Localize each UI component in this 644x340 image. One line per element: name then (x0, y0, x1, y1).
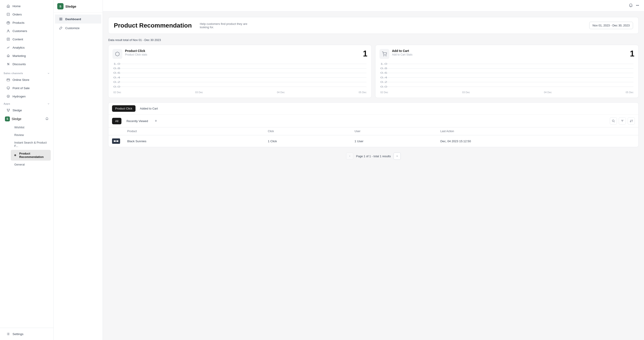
sidebar-item-analytics[interactable]: Analytics (3, 44, 51, 52)
sidebar-item-label: Orders (12, 13, 22, 16)
add-to-cart-subtitle: Add to Cart Stats (392, 53, 627, 56)
sidebar-item-home[interactable]: Home (3, 2, 51, 10)
filter-table-button[interactable] (619, 117, 626, 124)
sidebar-item-settings[interactable]: Settings (3, 330, 51, 338)
svg-rect-0 (7, 13, 10, 16)
sidebar-sub-wishlist[interactable]: Wishlist (11, 124, 51, 131)
date-range-button[interactable]: Nov 01, 2023 - Dec 30, 2023 (589, 22, 633, 29)
sidebar-sub-instant-search[interactable]: Instant Search & Product F... (11, 139, 51, 150)
page-description: Help customers find product they are loo… (200, 22, 249, 29)
svg-line-52 (114, 141, 114, 141)
add-filter-tab-button[interactable]: + (153, 118, 159, 124)
svg-point-5 (8, 64, 9, 65)
analytics-icon (6, 46, 10, 50)
svg-point-8 (8, 79, 8, 80)
sidebar-item-marketing[interactable]: Marketing (3, 52, 51, 60)
point-of-sale-icon (6, 86, 10, 90)
sidebar-item-online-store[interactable]: Online Store (3, 76, 51, 84)
sidebar-item-orders[interactable]: Orders (3, 10, 51, 18)
sidebar-item-flow[interactable]: Sledge (3, 106, 51, 114)
svg-text:0.8: 0.8 (113, 67, 120, 70)
col-last-action: Last Action (437, 127, 638, 135)
topbar-bell-icon[interactable] (629, 3, 633, 8)
svg-point-14 (8, 333, 9, 335)
settings-label: Settings (12, 332, 24, 336)
sidebar-item-products[interactable]: Products (3, 19, 51, 27)
discounts-icon (6, 62, 10, 66)
sidebar-item-customers[interactable]: Customers (3, 27, 51, 35)
add-to-cart-value: 1 (630, 49, 634, 58)
svg-point-19 (636, 5, 636, 6)
apps-section: Apps (0, 101, 54, 106)
sidebar-sub-general[interactable]: General (11, 161, 51, 168)
sort-table-button[interactable] (628, 117, 635, 124)
data-result-label: Data result total of Nov 01 - Dec 30 202… (108, 38, 639, 42)
svg-text:0.8: 0.8 (380, 67, 387, 70)
topbar-more-icon[interactable] (636, 3, 640, 8)
sledge-app-icon: S (57, 3, 64, 10)
svg-point-4 (8, 63, 8, 64)
svg-point-11 (7, 109, 8, 109)
search-table-button[interactable] (610, 117, 617, 124)
svg-point-1 (8, 30, 9, 31)
wishlist-label: Wishlist (14, 126, 24, 129)
sidebar-sub-review[interactable]: Review (11, 131, 51, 139)
online-store-icon (6, 78, 10, 82)
general-label: General (14, 163, 24, 166)
svg-point-3 (9, 47, 10, 47)
sidebar-item-label: Sledge (12, 109, 22, 112)
tab-product-click[interactable]: Product Click (112, 105, 136, 112)
sidebar-item-hydrogen[interactable]: Hydrogen (3, 92, 51, 100)
pagination: Page 1 of 1 - total 1 results (108, 147, 639, 165)
dashboard-icon (58, 17, 63, 21)
svg-point-20 (637, 5, 638, 6)
svg-point-7 (8, 79, 8, 80)
click-cell: 1 Click (264, 135, 351, 147)
table-row: Black Sunnies 1 Click 1 User Dec, 04 202… (108, 135, 638, 147)
sidebar-item-content[interactable]: Content (3, 35, 51, 43)
svg-text:1.0: 1.0 (380, 63, 387, 65)
sidebar-item-point-of-sale[interactable]: Point of Sale (3, 84, 51, 92)
products-icon (6, 21, 10, 25)
product-click-chart: 1.0 0.8 0.6 0.4 0.2 0.0 02 Dec 03 Dec 04… (112, 63, 368, 94)
col-thumb (108, 127, 124, 135)
product-click-title: Product Click (125, 49, 360, 53)
second-nav-dashboard[interactable]: Dashboard (55, 15, 101, 24)
sidebar-item-label: Point of Sale (12, 86, 30, 90)
svg-point-48 (612, 120, 614, 122)
svg-text:0.6: 0.6 (113, 71, 120, 74)
tab-added-to-cart[interactable]: Added to Cart (137, 105, 161, 112)
add-to-cart-icon (380, 49, 389, 59)
product-click-subtitle: Product Click stats (125, 53, 360, 56)
svg-point-21 (638, 5, 639, 6)
svg-text:0.4: 0.4 (380, 76, 387, 79)
col-user: User (351, 127, 437, 135)
bell-icon[interactable] (46, 117, 48, 121)
pagination-text: Page 1 of 1 - total 1 results (356, 154, 391, 158)
customers-icon (6, 29, 10, 33)
data-table: Product Click User Last Action (108, 127, 638, 147)
sidebar-sub-product-recommendation[interactable]: Product Recommendation (11, 150, 51, 160)
review-label: Review (14, 133, 24, 137)
orders-icon (6, 12, 10, 16)
next-page-button[interactable] (394, 152, 401, 160)
product-name-cell: Black Sunnies (124, 135, 264, 147)
sidebar-item-discounts[interactable]: Discounts (3, 60, 51, 68)
sidebar-item-sledge[interactable]: S Sledge (1, 114, 52, 123)
sidebar-item-label: Content (12, 38, 23, 41)
svg-rect-16 (61, 18, 62, 19)
second-nav-customize[interactable]: Customize (55, 24, 101, 33)
svg-text:1.0: 1.0 (113, 63, 120, 65)
customize-label: Customize (65, 27, 80, 30)
topbar (103, 0, 644, 12)
filter-all[interactable]: All (112, 118, 122, 124)
prev-page-button[interactable] (346, 152, 353, 160)
svg-text:0.4: 0.4 (113, 76, 120, 79)
filter-recently-viewed[interactable]: Recently Viewed (123, 118, 151, 124)
svg-rect-15 (60, 18, 60, 19)
sledge-label: Sledge (12, 117, 22, 121)
chart-x-labels: 02 Dec 03 Dec 04 Dec 05 Dec (113, 90, 366, 94)
product-click-card: Product Click Product Click stats 1 1.0 (108, 45, 372, 98)
svg-text:0.2: 0.2 (113, 81, 120, 83)
svg-text:0.0: 0.0 (380, 85, 387, 88)
